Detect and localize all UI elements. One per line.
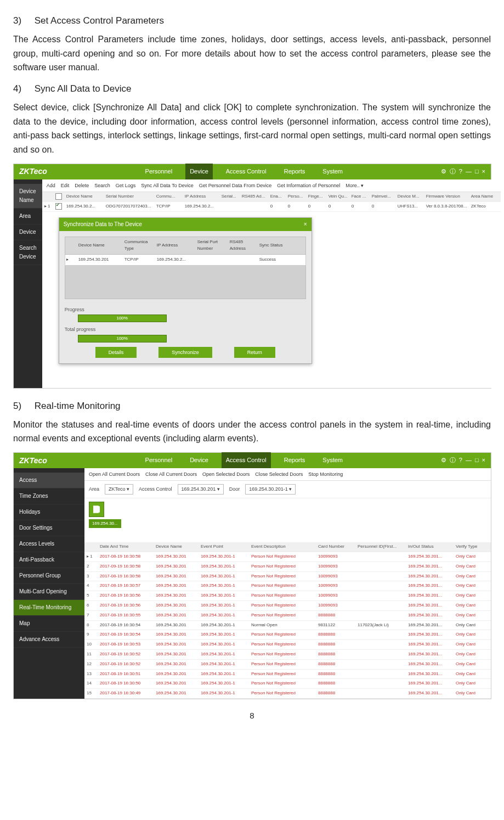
window-icons: ⚙ⓘ?—□× — [441, 456, 485, 465]
column-header: Personnel ID(First... — [358, 543, 407, 551]
event-row[interactable]: 52017-08-19 16:30:56169.254.30.201169.25… — [84, 591, 491, 601]
event-row[interactable]: 22017-09-19 16:30:58169.254.30.201169.25… — [84, 562, 491, 572]
modal-button[interactable]: Synchronize — [158, 347, 212, 358]
toolbar-button[interactable]: Stop Monitoring — [308, 470, 343, 478]
event-cell: 169.254.30.201... — [408, 651, 455, 658]
event-cell: 169.254.30.201 — [156, 563, 200, 570]
sidebar-item[interactable]: Device — [14, 224, 42, 240]
event-row[interactable]: 72017-08-19 16:30:55169.254.30.201169.25… — [84, 611, 491, 621]
window-control-icon[interactable]: ⓘ — [450, 167, 456, 177]
main-menu-item[interactable]: Personnel — [141, 164, 177, 180]
event-row[interactable]: 32017-08-19 16:30:58169.254.30.201169.25… — [84, 572, 491, 582]
sidebar-item[interactable]: Area — [14, 209, 42, 224]
sidebar-item[interactable]: Time Zones — [14, 488, 84, 504]
toolbar-button[interactable]: Close All Current Doors — [145, 470, 197, 478]
main-menu-item[interactable]: Personnel — [141, 452, 177, 469]
sidebar-item[interactable]: Map — [14, 616, 84, 632]
toolbar-button[interactable]: Search — [94, 182, 110, 189]
event-cell: 169.254.30.201-1 — [201, 631, 250, 638]
window-control-icon[interactable]: ⓘ — [450, 456, 456, 465]
event-row[interactable]: 152017-08-19 16:30:49169.254.30.201169.2… — [84, 689, 491, 699]
main-menu-item[interactable]: System — [318, 452, 347, 469]
window-control-icon[interactable]: — — [466, 167, 472, 177]
event-cell: 169.254.30.201-1 — [201, 641, 250, 648]
sidebar-item[interactable]: Door Settings — [14, 520, 84, 536]
main-menu-item[interactable]: Reports — [280, 452, 310, 469]
modal-button[interactable]: Details — [95, 347, 137, 358]
window-control-icon[interactable]: ⚙ — [441, 456, 446, 465]
window-control-icon[interactable]: ⚙ — [441, 167, 446, 177]
main-menu-item[interactable]: Reports — [280, 164, 310, 180]
toolbar-button[interactable]: Open All Current Doors — [89, 470, 140, 478]
event-row[interactable]: 92017-08-19 16:30:54169.254.30.201169.25… — [84, 630, 491, 640]
main-menu-item[interactable]: Access Control — [222, 164, 271, 180]
app-header: ZKTeco PersonnelDeviceAccess ControlRepo… — [14, 453, 491, 468]
toolbar-button[interactable]: Sync All Data To Device — [141, 182, 193, 189]
event-row[interactable]: 112017-08-19 16:30:52169.254.30.201169.2… — [84, 650, 491, 660]
sidebar-item[interactable]: Real-Time Monitoring — [14, 600, 84, 616]
cell-finger: 0 — [308, 203, 327, 210]
event-cell: 2017-09-19 16:30:58 — [100, 563, 155, 570]
main-menu-item[interactable]: Device — [185, 452, 213, 469]
event-cell: 169.254.30.201-1 — [201, 680, 250, 687]
event-row[interactable]: 122017-08-19 16:30:52169.254.30.201169.2… — [84, 660, 491, 670]
toolbar-button[interactable]: Close Selected Doors — [255, 470, 303, 478]
toolbar-button[interactable]: Add — [47, 182, 55, 189]
sidebar-item[interactable]: Access Levels — [14, 536, 84, 552]
event-cell: 169.254.30.201... — [408, 582, 455, 589]
event-row[interactable]: 102017-08-19 16:30:53169.254.30.201169.2… — [84, 640, 491, 650]
window-control-icon[interactable]: ? — [459, 456, 462, 465]
window-control-icon[interactable]: × — [482, 167, 485, 177]
event-row[interactable]: 62017-08-19 16:30:56169.254.30.201169.25… — [84, 601, 491, 611]
column-header: IP Address — [157, 242, 195, 249]
row-checkbox[interactable] — [55, 203, 62, 210]
event-cell: 2017-08-19 16:30:54 — [100, 631, 155, 638]
event-row[interactable]: 42017-08-19 16:30:57169.254.30.201169.25… — [84, 581, 491, 591]
toolbar-button[interactable]: Edit — [61, 182, 70, 189]
toolbar-button[interactable]: Open Selected Doors — [202, 470, 250, 478]
event-grid-header: Date And TimeDevice NameEvent PointEvent… — [84, 542, 491, 552]
toolbar-button[interactable]: Delete — [75, 182, 89, 189]
event-row[interactable]: ▸ 12017-08-19 16:30:58169.254.30.201169.… — [84, 552, 491, 562]
event-row[interactable]: 82017-08-19 16:30:54169.254.30.201169.25… — [84, 621, 491, 631]
sidebar-item[interactable]: Holidays — [14, 504, 84, 520]
event-cell: 10099093 — [318, 582, 356, 589]
header-checkbox[interactable] — [55, 193, 62, 200]
sidebar-item[interactable]: Multi-Card Opening — [14, 584, 84, 600]
window-control-icon[interactable]: ? — [459, 167, 462, 177]
door-dropdown[interactable]: 169.254.30.201-1 ▾ — [245, 484, 296, 494]
sidebar-item[interactable]: Search Device — [14, 240, 42, 265]
door-icon[interactable] — [89, 502, 104, 517]
access-control-dropdown[interactable]: 169.254.30.201 ▾ — [178, 484, 224, 494]
sidebar-item[interactable]: Personnel Group — [14, 568, 84, 584]
window-control-icon[interactable]: □ — [475, 456, 479, 465]
toolbar-button[interactable]: Get Information of Personnel — [277, 182, 340, 189]
toolbar-button[interactable]: Get Logs — [116, 182, 136, 189]
sidebar-item[interactable]: Anti-Passback — [14, 552, 84, 568]
event-cell: 169.254.30.201 — [156, 602, 200, 609]
sidebar-item[interactable]: Access — [14, 473, 84, 488]
event-cell: 8888888 — [318, 661, 356, 668]
area-dropdown[interactable]: ZKTeco ▾ — [105, 484, 133, 494]
main-menu-item[interactable]: System — [318, 164, 347, 180]
cell-commu: TCP/IP — [156, 203, 184, 210]
column-header: Communica Type — [124, 239, 155, 253]
event-row[interactable]: 132017-08-19 16:30:51169.254.30.201169.2… — [84, 670, 491, 679]
main-menu-item[interactable]: Device — [185, 164, 213, 180]
event-cell: 3 — [87, 573, 99, 580]
close-icon[interactable]: × — [304, 220, 307, 229]
event-row[interactable]: 142017-08-19 16:30:50169.254.30.201169.2… — [84, 679, 491, 689]
event-cell: 2017-08-19 16:30:55 — [100, 612, 155, 619]
toolbar-button[interactable]: More.. ▾ — [346, 182, 364, 189]
window-control-icon[interactable]: — — [466, 456, 472, 465]
column-header: Perso... — [288, 193, 307, 200]
column-header: Date And Time — [100, 543, 155, 551]
toolbar-button[interactable]: Get Personnel Data From Device — [199, 182, 272, 189]
device-grid-row[interactable]: ▸ 1 169.254.30.2... ODG7072017072403... … — [42, 202, 501, 212]
main-menu-item[interactable]: Access Control — [222, 452, 271, 469]
sidebar-item[interactable]: Advance Access — [14, 632, 84, 648]
sidebar-item[interactable]: Device Name — [14, 184, 42, 209]
window-control-icon[interactable]: □ — [475, 167, 479, 177]
window-control-icon[interactable]: × — [482, 456, 485, 465]
modal-button[interactable]: Return — [234, 347, 275, 358]
